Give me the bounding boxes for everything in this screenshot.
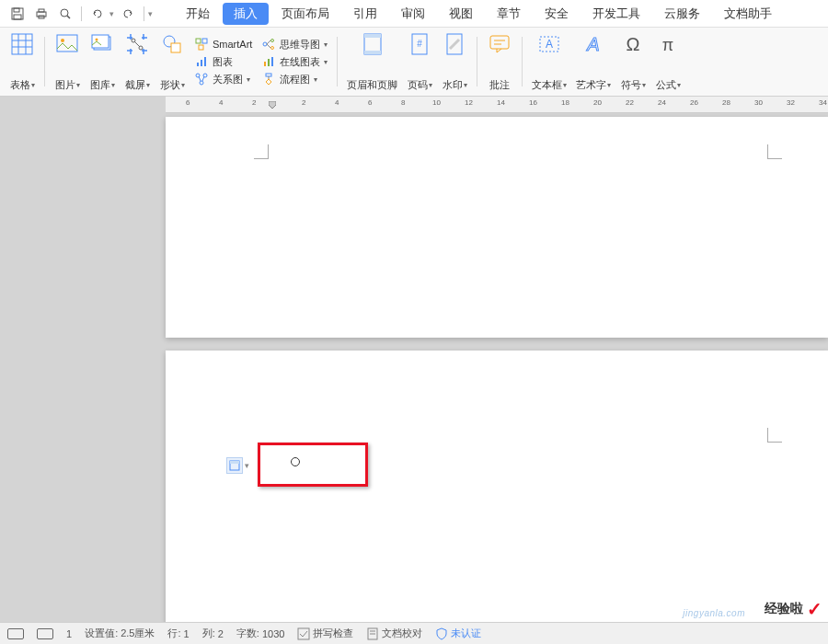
keyboard-icon[interactable] [37,627,53,641]
document-page-2[interactable]: ▾ [166,351,828,622]
column-status[interactable]: 列: 2 [202,627,224,640]
svg-rect-25 [199,45,203,50]
verification-status[interactable]: 未认证 [435,627,481,640]
brand-watermark: 经验啦 ✓ [765,598,822,620]
chart-icon [194,54,209,69]
tab-reference[interactable]: 引用 [342,3,388,25]
ruler-tick: 22 [626,98,634,107]
svg-text:π: π [662,36,673,54]
header-indicator[interactable]: ▾ [226,457,249,474]
spellcheck-label: 拼写检查 [313,627,353,640]
smartart-button[interactable]: SmartArt [194,37,252,52]
redo-icon[interactable] [118,4,138,24]
picture-label: 图片 [55,78,75,92]
tab-insert[interactable]: 插入 [223,3,269,25]
svg-rect-45 [364,34,381,38]
status-bar: 1 设置值: 2.5厘米 行: 1 列: 2 字数: 1030 拼写检查 文档校… [0,622,828,644]
save-icon[interactable] [7,4,28,24]
word-label: 字数: [236,627,259,640]
header-footer-button[interactable]: 页眉和页脚 [343,31,401,92]
svg-rect-16 [92,35,109,48]
equation-label: 公式 [656,78,676,92]
screenshot-icon [124,31,150,57]
wordart-button[interactable]: A 艺术字▾ [572,31,615,92]
equation-button[interactable]: π 公式▾ [651,31,684,92]
chevron-down-icon: ▾ [642,81,646,89]
line-label: 行: [167,627,180,640]
ruler-tick: 28 [722,98,730,107]
shapes-icon [159,31,185,57]
flowchart-button[interactable]: 流程图▾ [261,72,328,86]
unverified-label: 未认证 [451,627,481,640]
chevron-down-icon: ▾ [181,81,185,89]
tab-section[interactable]: 章节 [486,3,532,25]
svg-rect-2 [14,15,21,19]
ruler-tick: 14 [497,98,505,107]
tab-review[interactable]: 审阅 [390,3,436,25]
setting-label: 设置值: [85,627,118,640]
tab-view[interactable]: 视图 [438,3,484,25]
comment-button[interactable]: 批注 [483,31,516,92]
page-number-status[interactable]: 1 [66,628,72,639]
onlinechart-label: 在线图表 [280,55,320,69]
svg-point-36 [271,47,274,50]
ruler-tick: 24 [658,98,666,107]
comment-icon [487,31,512,57]
svg-line-38 [267,44,270,48]
shield-icon [435,627,448,640]
svg-rect-22 [171,43,180,52]
shapes-button[interactable]: 形状▾ [155,31,189,92]
svg-line-32 [199,76,201,81]
svg-rect-41 [271,57,273,66]
svg-point-14 [61,39,64,42]
ruler-tick: 32 [787,98,795,107]
word-value: 1030 [262,628,284,639]
page-number-label: 页码 [408,78,428,92]
tab-devtools[interactable]: 开发工具 [581,3,651,25]
setting-status[interactable]: 设置值: 2.5厘米 [85,627,155,640]
undo-icon[interactable] [87,4,108,24]
svg-rect-40 [268,59,270,66]
tab-cloud[interactable]: 云服务 [653,3,711,25]
relation-button[interactable]: 关系图▾ [194,72,252,86]
flowchart-icon [261,72,276,86]
onlinechart-button[interactable]: 在线图表▾ [261,54,328,69]
line-status[interactable]: 行: 1 [167,627,189,640]
keyboard-icon[interactable] [7,627,24,641]
symbol-button[interactable]: Ω 符号▾ [616,31,650,92]
svg-rect-4 [39,9,44,12]
ruler-tick: 16 [529,98,537,107]
mindmap-button[interactable]: 思维导图▾ [261,37,328,52]
tab-layout[interactable]: 页面布局 [270,3,340,25]
comment-label: 批注 [489,78,510,92]
customize-dropdown-icon[interactable]: ▾ [148,9,153,18]
tab-start[interactable]: 开始 [175,3,221,25]
word-count-status[interactable]: 字数: 1030 [236,627,285,640]
chevron-down-icon: ▾ [146,81,150,89]
chart-button[interactable]: 图表 [194,54,252,69]
margin-corner-icon [254,144,269,159]
screenshot-button[interactable]: 截屏▾ [121,31,154,92]
watermark-button[interactable]: 水印▾ [438,31,471,92]
ruler-indent-marker[interactable] [269,101,276,110]
horizontal-ruler[interactable]: 6 4 2 2 4 6 8 10 12 14 16 18 20 22 24 26… [166,97,828,113]
tab-security[interactable]: 安全 [534,3,580,25]
gallery-label: 图库 [90,78,110,92]
doccheck-status[interactable]: 文档校对 [366,627,422,640]
picture-button[interactable]: 图片▾ [51,31,84,92]
tab-dochelper[interactable]: 文档助手 [713,3,783,25]
gallery-button[interactable]: 图库▾ [86,31,119,92]
mindmap-label: 思维导图 [280,38,320,52]
preview-icon[interactable] [55,4,75,24]
menu-tabs: 开始 插入 页面布局 引用 审阅 视图 章节 安全 开发工具 云服务 文档助手 [175,3,783,25]
svg-rect-24 [202,39,207,43]
undo-dropdown-icon[interactable]: ▾ [109,9,114,18]
setting-value: 2.5厘米 [121,627,155,640]
document-page-1[interactable] [166,117,828,338]
table-button[interactable]: 表格▾ [6,31,39,92]
spellcheck-status[interactable]: 拼写检查 [297,627,353,640]
page-number-button[interactable]: # 页码▾ [403,31,436,92]
svg-rect-8 [12,34,32,54]
textbox-button[interactable]: A 文本框▾ [528,31,570,92]
print-icon[interactable] [31,4,52,24]
